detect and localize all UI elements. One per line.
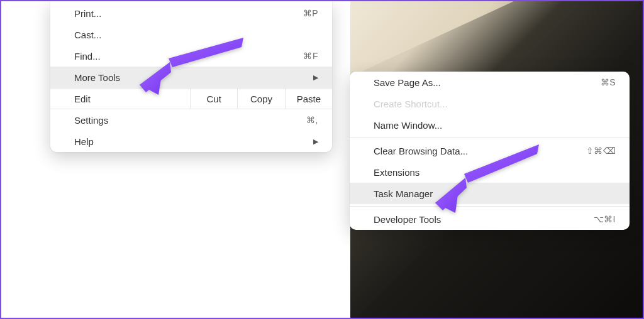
svg-marker-1 (169, 38, 243, 67)
svg-marker-5 (435, 185, 459, 213)
hotkey-label: ⌘P (303, 8, 318, 18)
menu-item-label: Print... (74, 8, 101, 19)
submenu-item-create-shortcut: Create Shortcut... (350, 93, 630, 114)
menu-item-label: Save Page As... (374, 77, 441, 88)
menu-item-settings[interactable]: Settings ⌘, (50, 109, 332, 131)
menu-item-label: Cast... (74, 30, 101, 40)
submenu-arrow-icon: ▶ (313, 138, 318, 146)
hotkey-label: ⌘, (306, 115, 318, 125)
menu-item-help[interactable]: Help ▶ (50, 131, 332, 152)
menu-item-label: Help (74, 136, 94, 147)
menu-item-label: Find... (74, 51, 101, 62)
svg-marker-2 (140, 71, 162, 95)
menu-item-label: Name Window... (374, 120, 442, 131)
submenu-arrow-icon: ▶ (313, 73, 318, 82)
edit-paste-button[interactable]: Paste (285, 89, 332, 109)
menu-item-label: More Tools (74, 72, 120, 83)
annotation-arrow-task-manager (435, 143, 542, 217)
menu-item-label: Task Manager (374, 188, 433, 199)
submenu-item-save-page[interactable]: Save Page As... ⌘S (350, 72, 630, 93)
menu-item-label: Extensions (374, 167, 419, 178)
hotkey-label: ⌥⌘I (594, 214, 616, 224)
hotkey-label: ⇧⌘⌫ (586, 146, 616, 156)
menu-item-print[interactable]: Print... ⌘P (50, 3, 332, 24)
submenu-item-name-window[interactable]: Name Window... (350, 114, 630, 136)
svg-marker-4 (464, 144, 539, 183)
menu-item-label: Settings (74, 115, 108, 126)
menu-item-label: Create Shortcut... (374, 99, 448, 109)
menu-item-label: Developer Tools (374, 214, 441, 225)
menu-separator (350, 138, 630, 138)
annotation-arrow-more-tools (140, 36, 247, 99)
hotkey-label: ⌘S (601, 77, 616, 87)
hotkey-label: ⌘F (303, 51, 318, 61)
